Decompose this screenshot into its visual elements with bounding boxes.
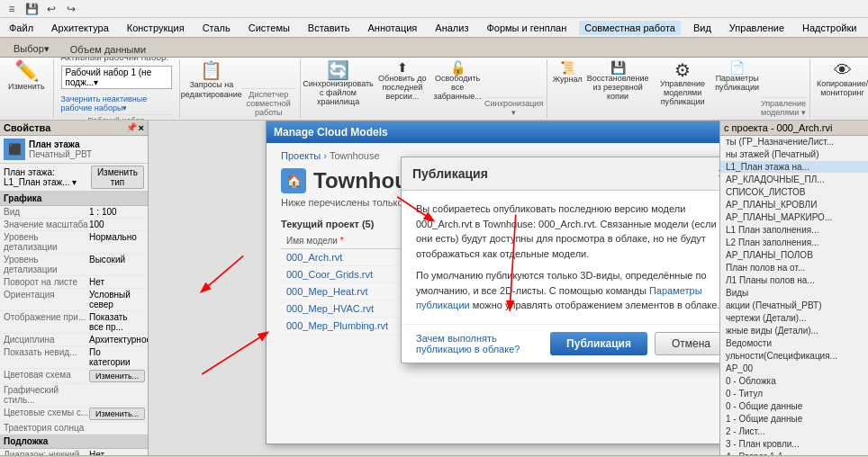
breadcrumb-separator: › <box>323 150 330 161</box>
color-scheme2-btn[interactable]: Изменить... <box>89 408 145 420</box>
right-panel-item[interactable]: 0 - Обложка <box>720 375 868 388</box>
display-mode-label: Уровень детализации <box>4 232 89 252</box>
show-hidden-value[interactable]: По категории <box>89 347 144 367</box>
save-btn[interactable]: 💾 <box>23 1 40 17</box>
menu-view[interactable]: Вид <box>688 21 717 35</box>
ribbon-btn-sync[interactable]: 🔄 Синхронизировать с файлом хранилища <box>304 59 373 118</box>
edit-type-btn[interactable]: Изменить тип <box>91 166 144 189</box>
orientation-value[interactable]: Условный север <box>89 290 144 309</box>
right-panel-item[interactable]: ты (ГР_НазначениеЛист... <box>720 136 868 148</box>
right-panel-item[interactable]: План полов на от... <box>720 262 868 274</box>
pub-dialog-help-link[interactable]: Зачем выполнять публикацию в облаке? <box>416 333 550 354</box>
pub-dialog-close-btn[interactable]: × <box>713 165 719 183</box>
app-menu-btn[interactable]: ≡ <box>4 1 20 17</box>
update-icon: ⬆ <box>397 61 408 74</box>
ribbon-group-requests: 📋 Запросы на редактирование Диспетчер со… <box>180 59 301 118</box>
sidebar-title: Свойства <box>4 122 50 133</box>
right-panel-item[interactable]: ульности(Спецификация... <box>720 350 868 363</box>
wall-joins-label: Отображение при... <box>4 312 89 332</box>
redo-btn[interactable]: ↪ <box>63 1 79 17</box>
menu-systems[interactable]: Системы <box>243 21 295 35</box>
active-set-label: Активный рабочий набор: <box>61 58 172 62</box>
right-panel-item[interactable]: 2 - Лист... <box>720 426 868 438</box>
cancel-btn[interactable]: Отмена <box>655 332 719 355</box>
ribbon-btn-edit[interactable]: ✏️ Изменить <box>5 59 48 118</box>
ribbon-btn-requests[interactable]: 📋 Запросы на редактирование <box>184 59 240 118</box>
right-panel-item[interactable]: чертежи (Детали)... <box>720 312 868 325</box>
menu-manage[interactable]: Управление <box>724 21 790 35</box>
menu-constr[interactable]: Конструкция <box>122 21 190 35</box>
right-panel-item[interactable]: L2 План заполнения... <box>720 237 868 249</box>
right-panel-item[interactable]: 4 - Разрез 1-1 <box>720 451 868 455</box>
ribbon-btn-pub-params[interactable]: 📄 Параметры публикации <box>715 59 759 118</box>
right-panel-item[interactable]: 3 - План кровли... <box>720 438 868 451</box>
ribbon-group-sync: 🔄 Синхронизировать с файлом хранилища ⬆ … <box>301 59 548 118</box>
ribbon-tab-select[interactable]: Выбор▾ <box>4 40 59 57</box>
pub-params-link[interactable]: Параметры публикации <box>416 285 702 311</box>
scale-value[interactable]: 1 : 100 <box>89 207 144 217</box>
active-set-dropdown[interactable]: Рабочий набор 1 (не подж...▾ <box>61 66 172 89</box>
menu-insert[interactable]: Вставить <box>303 21 356 35</box>
menu-arch[interactable]: Архитектура <box>46 21 114 35</box>
menu-addins[interactable]: Надстройки <box>797 21 862 35</box>
ribbon-btn-sync-label: Синхронизировать с файлом хранилища <box>303 80 373 107</box>
ribbon-btn-update[interactable]: ⬆ Обновить до последней версии... <box>374 59 430 118</box>
right-panel-item[interactable]: Виды <box>720 287 868 300</box>
right-panel-item[interactable]: L1_План этажа на... <box>720 161 868 174</box>
right-panel-item[interactable]: 1 - Общие данные <box>720 413 868 426</box>
right-panel-item[interactable]: АР_ПЛАНЫ_МАРКИРО... <box>720 211 868 224</box>
right-panel-item[interactable]: АР_ПЛАНЫ_ПОЛОВ <box>720 249 868 262</box>
right-panel-item[interactable]: АР_КЛАДОЧНЫЕ_ПЛ... <box>720 174 868 186</box>
rotation-value[interactable]: Нет <box>89 277 144 287</box>
right-panel-item[interactable]: СПИСОК_ЛИСТОВ <box>720 186 868 199</box>
right-panel-item[interactable]: АР_00 <box>720 363 868 375</box>
sun-path-value <box>89 423 144 433</box>
right-panel-item[interactable]: 0 - Общие данные <box>720 400 868 413</box>
display-mode-value[interactable]: Нормально <box>89 232 144 252</box>
inactive-sets-link[interactable]: Зачернить неактивные рабочие наборы▾ <box>61 94 172 112</box>
right-panel-item[interactable]: Л1 Планы полов на... <box>720 274 868 287</box>
cloud-window-titlebar: Manage Cloud Models − □ × <box>267 121 719 143</box>
pub-dialog-title: Публикация × <box>402 157 719 191</box>
graphic-style-value[interactable] <box>89 385 144 405</box>
ribbon-btn-copy-label: Копирование/ мониторинг <box>817 80 868 98</box>
underlay-header: Подложка <box>0 435 148 449</box>
menu-file[interactable]: Файл <box>4 21 39 35</box>
sidebar-close-btn[interactable]: × <box>139 122 144 133</box>
ribbon-tab-data[interactable]: Объем данными <box>60 41 156 57</box>
detail-level-value[interactable]: Высокий <box>89 255 144 274</box>
publish-btn[interactable]: Публикация <box>550 332 647 355</box>
menu-collab[interactable]: Совместная работа <box>579 21 681 35</box>
restore-icon: 💾 <box>610 61 626 74</box>
right-panel-item[interactable]: L1 План заполнения... <box>720 224 868 237</box>
scale-num-value[interactable]: 100 <box>89 220 144 229</box>
right-panel-item[interactable]: 0 - Титул <box>720 388 868 400</box>
menu-analysis[interactable]: Анализ <box>429 21 474 35</box>
color-scheme-btn[interactable]: Изменить... <box>89 370 145 382</box>
pub-dialog-body: Вы собираетесь опубликовать последнюю ве… <box>402 191 719 324</box>
ribbon-btn-edit-label: Изменить <box>8 82 45 91</box>
menu-annot[interactable]: Аннотация <box>363 21 423 35</box>
ribbon-btn-restore[interactable]: 💾 Восстановление из резервной копии <box>585 59 650 118</box>
right-panel-item[interactable]: акции (Печатный_РВТ) <box>720 300 868 312</box>
right-panel-item[interactable]: Ведомости <box>720 337 868 350</box>
view-control-label[interactable]: План этажа: L1_План этаж... ▾ <box>4 167 91 187</box>
sidebar-pin-btn[interactable]: 📌 <box>126 122 137 133</box>
discipline-value[interactable]: Архитектурное <box>89 335 148 345</box>
pub-dialog-title-text: Публикация <box>412 166 488 181</box>
ribbon-btn-release[interactable]: 🔓 Освободить все забранные... <box>432 59 483 118</box>
ribbon-btn-history[interactable]: 📜 Журнал <box>551 59 583 118</box>
undo-btn[interactable]: ↩ <box>43 1 59 17</box>
ribbon-btn-manage-models[interactable]: ⚙ Управление моделями публикации <box>652 59 714 118</box>
breadcrumb-projects-link[interactable]: Проекты <box>281 150 321 161</box>
menu-steel[interactable]: Сталь <box>197 21 236 35</box>
range-bottom-value[interactable]: Нет <box>89 450 144 455</box>
edit-icon: ✏️ <box>14 61 39 81</box>
right-panel-item[interactable]: ны этажей (Печатный) <box>720 148 868 161</box>
orientation-label: Ориентация <box>4 290 89 309</box>
right-panel-item[interactable]: жные виды (Детали)... <box>720 325 868 337</box>
ribbon-btn-copy-monitor[interactable]: 👁 Копирование/ мониторинг <box>814 59 868 118</box>
right-panel-item[interactable]: АР_ПЛАНЫ_КРОВЛИ <box>720 199 868 211</box>
menu-forms[interactable]: Формы и генплан <box>481 21 572 35</box>
release-icon: 🔓 <box>450 61 466 74</box>
